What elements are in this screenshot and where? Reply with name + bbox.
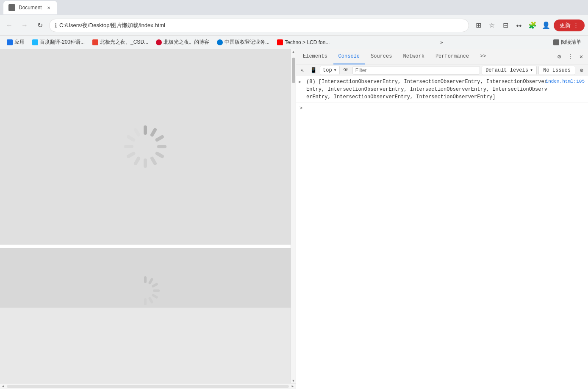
refresh-button[interactable]: ↻ bbox=[34, 19, 46, 31]
devtools-tab-console[interactable]: Console bbox=[333, 49, 365, 64]
devtools-close-button[interactable]: ✕ bbox=[576, 52, 586, 62]
back-button[interactable]: ← bbox=[3, 19, 15, 31]
svg-rect-17 bbox=[148, 297, 153, 304]
page-left-area: ▲ ▼ ◄ ► bbox=[0, 49, 296, 389]
profile-button[interactable]: 👤 bbox=[540, 19, 552, 31]
devtools-console-output: ▶ index.html:105 (8) [IntersectionObserv… bbox=[296, 76, 588, 389]
settings-icon: ⚙ bbox=[557, 53, 561, 60]
loading-spinner-2 bbox=[128, 274, 162, 308]
update-button[interactable]: 更新 ⋮ bbox=[554, 19, 585, 31]
sources-tab-label: Sources bbox=[371, 53, 392, 59]
tab-favicon bbox=[8, 4, 15, 11]
context-selector[interactable]: top ▾ bbox=[320, 66, 340, 75]
scroll-thumb[interactable] bbox=[292, 58, 295, 83]
console-settings-icon: ⚙ bbox=[580, 67, 583, 74]
console-settings-button[interactable]: ⚙ bbox=[577, 66, 586, 75]
devtools-tab-network[interactable]: Network bbox=[398, 49, 429, 64]
update-label: 更新 bbox=[560, 22, 571, 29]
log-levels-chevron: ▾ bbox=[530, 67, 533, 73]
svg-rect-18 bbox=[144, 298, 147, 305]
techno-favicon bbox=[277, 39, 283, 45]
console-tab-label: Console bbox=[338, 53, 360, 59]
devtools-tab-sources[interactable]: Sources bbox=[366, 49, 397, 64]
scroll-right-arrow[interactable]: ► bbox=[290, 383, 296, 389]
svg-rect-10 bbox=[126, 135, 136, 142]
bookmarks-more-button[interactable]: » bbox=[437, 39, 447, 46]
page-viewport bbox=[0, 49, 291, 383]
profile-icon: 👤 bbox=[542, 21, 550, 29]
bookmarks-more-label: » bbox=[440, 39, 443, 45]
copyright-favicon bbox=[217, 39, 223, 45]
huawei-favicon bbox=[156, 39, 162, 45]
console-prompt-row: > bbox=[296, 103, 588, 114]
eye-button[interactable]: 👁 bbox=[341, 66, 351, 75]
bottom-horizontal-scrollbar[interactable]: ◄ ► bbox=[0, 383, 296, 389]
devtools-settings-button[interactable]: ⚙ bbox=[554, 52, 564, 62]
no-issues-button[interactable]: No Issues bbox=[538, 66, 575, 75]
devtools-close-icon: ✕ bbox=[580, 53, 583, 60]
scroll-left-arrow[interactable]: ◄ bbox=[0, 383, 6, 389]
context-value: top bbox=[323, 67, 332, 73]
log-levels-label: Default levels bbox=[485, 67, 528, 73]
filter-input[interactable] bbox=[352, 66, 480, 75]
device-icon: 📱 bbox=[310, 67, 317, 74]
extension-button[interactable]: 🧩 bbox=[527, 19, 538, 31]
tab-close-button[interactable]: ✕ bbox=[45, 4, 52, 11]
devtools-tab-performance[interactable]: Performance bbox=[430, 49, 474, 64]
collections-button[interactable]: ⊟ bbox=[499, 19, 511, 31]
filetype-button[interactable]: ●● bbox=[513, 19, 525, 31]
reading-list-icon bbox=[553, 39, 559, 45]
bookmark-apps[interactable]: 应用 bbox=[3, 38, 28, 47]
csd-favicon bbox=[92, 39, 98, 45]
scroll-down-arrow[interactable]: ▼ bbox=[291, 378, 296, 383]
bookmark-csd[interactable]: 北极光之夜。_CSD... bbox=[89, 38, 152, 47]
page-bottom-loading bbox=[0, 248, 291, 308]
svg-rect-5 bbox=[150, 156, 158, 166]
eye-icon: 👁 bbox=[343, 67, 349, 73]
horizontal-track[interactable] bbox=[7, 385, 289, 388]
spinner-svg-1 bbox=[120, 121, 171, 172]
devtools-tab-more[interactable]: >> bbox=[475, 49, 491, 64]
address-bar-row: ← → ↻ ℹ C:/Users/夜/Desktop/图片懒加载/index.h… bbox=[0, 15, 588, 36]
forward-button[interactable]: → bbox=[19, 19, 31, 31]
collections-icon: ⊟ bbox=[503, 21, 508, 29]
device-toggle-button[interactable]: 📱 bbox=[309, 66, 318, 75]
scroll-track[interactable] bbox=[292, 56, 295, 376]
page-vertical-scrollbar[interactable]: ▲ ▼ bbox=[291, 49, 296, 383]
devtools-more-button[interactable]: ⋮ bbox=[565, 52, 575, 62]
spinner-svg-2 bbox=[128, 274, 162, 308]
svg-rect-15 bbox=[153, 289, 160, 292]
console-expand-arrow[interactable]: ▶ bbox=[299, 79, 301, 85]
context-dropdown-icon: ▾ bbox=[334, 67, 337, 73]
apps-label: 应用 bbox=[14, 39, 25, 46]
loading-spinner-1 bbox=[120, 121, 171, 172]
filetype-icon: ●● bbox=[516, 23, 521, 28]
devtools-header-actions: ⚙ ⋮ ✕ bbox=[554, 52, 586, 62]
devtools-more-icon: ⋮ bbox=[567, 53, 573, 60]
devtools-tab-elements[interactable]: Elements bbox=[298, 49, 333, 64]
console-source-link[interactable]: index.html:105 bbox=[546, 78, 585, 85]
translate-button[interactable]: ⊞ bbox=[472, 19, 484, 31]
active-tab[interactable]: Document ✕ bbox=[3, 1, 57, 14]
bookmark-huawei[interactable]: 北极光之夜。的博客 bbox=[153, 38, 213, 47]
elements-tab-label: Elements bbox=[303, 53, 327, 59]
forward-icon: → bbox=[21, 22, 28, 29]
reading-list-button[interactable]: 阅读清单 bbox=[550, 38, 585, 47]
reading-list-label: 阅读清单 bbox=[561, 39, 581, 46]
scroll-up-arrow[interactable]: ▲ bbox=[291, 49, 296, 54]
cursor-inspect-button[interactable]: ↖ bbox=[298, 66, 307, 75]
svg-rect-8 bbox=[126, 151, 136, 159]
log-levels-button[interactable]: Default levels ▾ bbox=[482, 66, 537, 75]
bookmark-techno[interactable]: Techno > LCD fon... bbox=[274, 39, 333, 46]
no-issues-label: No Issues bbox=[543, 67, 571, 73]
white-gap-section bbox=[0, 244, 291, 248]
bookmark-copyright[interactable]: 中国版权登记业务... bbox=[214, 38, 273, 47]
image-section-1 bbox=[0, 49, 291, 244]
techno-label: Techno > LCD fon... bbox=[285, 39, 330, 45]
star-button[interactable]: ☆ bbox=[486, 19, 498, 31]
back-icon: ← bbox=[6, 22, 13, 29]
bookmark-baidu[interactable]: 百度翻译-200种语... bbox=[29, 38, 88, 47]
svg-rect-13 bbox=[148, 278, 153, 285]
address-bar[interactable]: ℹ C:/Users/夜/Desktop/图片懒加载/index.html bbox=[49, 19, 469, 32]
console-entry-text: (8) [IntersectionObserverEntry, Intersec… bbox=[306, 79, 547, 100]
